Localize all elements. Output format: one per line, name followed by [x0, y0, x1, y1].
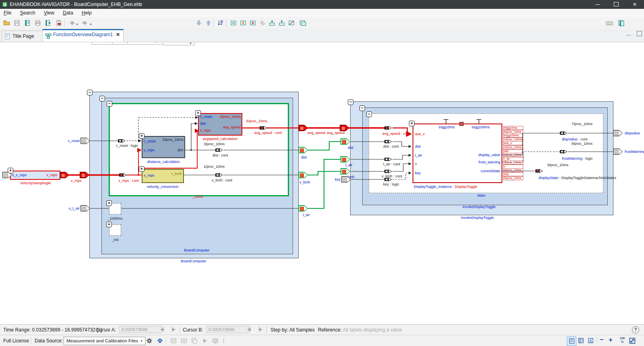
expand-display-toggle-icon[interactable]: +	[409, 121, 415, 126]
connector-v-mps[interactable]	[119, 173, 127, 177]
menu-file[interactable]: File	[0, 9, 15, 17]
overlay-windows-icon[interactable]	[190, 336, 199, 345]
open-table-view-icon[interactable]	[298, 19, 308, 28]
collapse-diagram-icon[interactable]	[229, 19, 238, 28]
port-dispvalue[interactable]	[613, 130, 623, 136]
port-s-v-mps[interactable]	[2, 172, 12, 178]
back-history-caret-icon[interactable]: ▼	[76, 23, 78, 26]
cursor-b-step-back-icon[interactable]: ◀▏	[247, 327, 253, 332]
export-handbook-icon[interactable]	[43, 19, 53, 28]
port-v-kmh-left[interactable]	[298, 172, 308, 178]
keyboard-shortcuts-icon[interactable]	[605, 19, 614, 28]
tab-close-icon[interactable]: ✕	[116, 32, 120, 37]
connector-c-reset[interactable]	[118, 139, 126, 143]
connector-displaystate[interactable]	[535, 169, 543, 173]
display-window-icon[interactable]	[211, 336, 220, 345]
sort-structure-icon[interactable]	[216, 19, 225, 28]
more-tools-icon[interactable]: ⋮	[221, 338, 226, 344]
tab-title-page[interactable]: Title Page	[2, 31, 43, 42]
cursor-a-step-forward-icon[interactable]: ▕▶	[169, 327, 175, 332]
collapse-10ms-icon[interactable]: −	[107, 101, 112, 107]
find-next-icon[interactable]	[194, 19, 204, 28]
collapse-board-outer-icon[interactable]: −	[87, 90, 93, 95]
find-previous-icon[interactable]	[204, 19, 213, 28]
zoom-in-icon[interactable]: +	[609, 336, 613, 344]
navigate-forward-icon[interactable]	[80, 19, 90, 28]
port-t-air-right[interactable]	[341, 156, 350, 163]
cursor-a-input[interactable]	[119, 326, 162, 333]
port-dist-left[interactable]	[298, 147, 308, 153]
collapse-board-inner-icon[interactable]: −	[99, 96, 105, 101]
panel-maximize-icon[interactable]	[637, 31, 642, 37]
open-handbook-icon[interactable]	[23, 19, 32, 28]
connector-dist[interactable]	[215, 148, 223, 152]
expand-init-icon[interactable]: +	[106, 222, 112, 227]
connector-dist-in[interactable]	[384, 140, 392, 144]
clear-values-icon[interactable]	[287, 19, 296, 28]
port-key[interactable]	[341, 176, 351, 183]
open-file-icon[interactable]	[2, 19, 11, 28]
menu-data[interactable]: Data	[59, 9, 76, 17]
connector-v-kmh[interactable]	[215, 173, 223, 177]
connector-v-kmh-in[interactable]	[384, 169, 392, 173]
start-measurement-icon[interactable]	[200, 336, 209, 345]
ehandbook-icon[interactable]	[155, 336, 164, 345]
connector-avg-speed[interactable]	[260, 126, 267, 130]
step-out-icon[interactable]	[277, 19, 287, 28]
measure-view-icon[interactable]	[169, 336, 178, 345]
port-v-mps-mid[interactable]	[80, 172, 89, 178]
port-c-reset[interactable]	[80, 138, 90, 144]
menu-view[interactable]: View	[40, 9, 58, 17]
menu-help[interactable]: Help	[78, 9, 95, 17]
connector-avg-speed-in[interactable]	[384, 126, 392, 130]
expand-1000ms-icon[interactable]: +	[106, 200, 112, 206]
window-close-button[interactable]: ✕	[625, 0, 644, 9]
export-pdf-icon[interactable]	[54, 19, 64, 28]
collapse-main-icon[interactable]: −	[366, 111, 372, 117]
show-labels-icon[interactable]	[238, 19, 248, 28]
port-v-mps-out[interactable]	[60, 172, 69, 178]
view-presenter-button[interactable]	[586, 336, 595, 345]
view-split-button[interactable]	[576, 336, 585, 345]
port-dist-right[interactable]	[341, 138, 350, 145]
expand-avgspeed-icon[interactable]: +	[195, 110, 201, 116]
zoom-out-icon[interactable]: −	[600, 336, 604, 344]
save-icon[interactable]	[12, 19, 22, 28]
cursor-b-input[interactable]	[206, 326, 249, 333]
connector-key-in[interactable]	[384, 177, 392, 181]
tab-function-overview-diagram[interactable]: FunctionOverviewDiagram1 ✕	[42, 29, 124, 42]
window-restore-button[interactable]	[607, 0, 625, 9]
hide-labels-icon[interactable]	[248, 19, 258, 28]
handbook-stack-icon[interactable]	[617, 19, 626, 28]
settings-gear-icon[interactable]	[145, 336, 154, 345]
diagram-canvas[interactable]: − − − − − − + + + + + + +	[0, 42, 644, 324]
collapse-invoke-inner-icon[interactable]: −	[359, 105, 365, 111]
data-source-dropdown[interactable]: Measurement and Calibration Files▼	[64, 337, 146, 345]
expand-distance-icon[interactable]: +	[139, 133, 144, 139]
window-minimize-button[interactable]: —	[588, 0, 607, 9]
collapse-invoke-outer-icon[interactable]: −	[348, 99, 353, 105]
port-v-kmh-right[interactable]	[341, 168, 350, 175]
zoom-100-percent-icon[interactable]: 100 %	[618, 336, 626, 344]
fit-to-screen-icon[interactable]	[628, 336, 637, 345]
step-into-icon[interactable]	[267, 19, 277, 28]
port-t-air-left[interactable]	[298, 205, 308, 212]
view-document-button[interactable]	[567, 336, 576, 346]
measure-config-icon[interactable]	[180, 336, 188, 345]
port-u-t-air[interactable]	[80, 205, 90, 212]
port-frostwarning[interactable]	[613, 148, 623, 155]
help-icon[interactable]: ?	[632, 326, 639, 334]
cursor-b-step-forward-icon[interactable]: ▕▶	[256, 327, 262, 332]
port-avg-speed-right[interactable]	[340, 125, 349, 131]
cursor-a-step-back-icon[interactable]: ◀▏	[160, 327, 166, 332]
forward-history-caret-icon[interactable]: ▼	[89, 23, 92, 26]
pin-values-icon[interactable]	[258, 19, 267, 28]
navigate-back-icon[interactable]	[67, 19, 76, 28]
expand-velocity-conversion-icon[interactable]: +	[139, 166, 144, 172]
print-icon[interactable]	[33, 19, 43, 28]
port-avg-speed-left[interactable]	[298, 125, 308, 131]
menu-search[interactable]: Search	[17, 9, 39, 17]
connector-dispvalue[interactable]	[560, 131, 568, 135]
connector-frostwarning[interactable]	[560, 150, 568, 154]
panel-minimize-icon[interactable]: —	[626, 32, 631, 37]
